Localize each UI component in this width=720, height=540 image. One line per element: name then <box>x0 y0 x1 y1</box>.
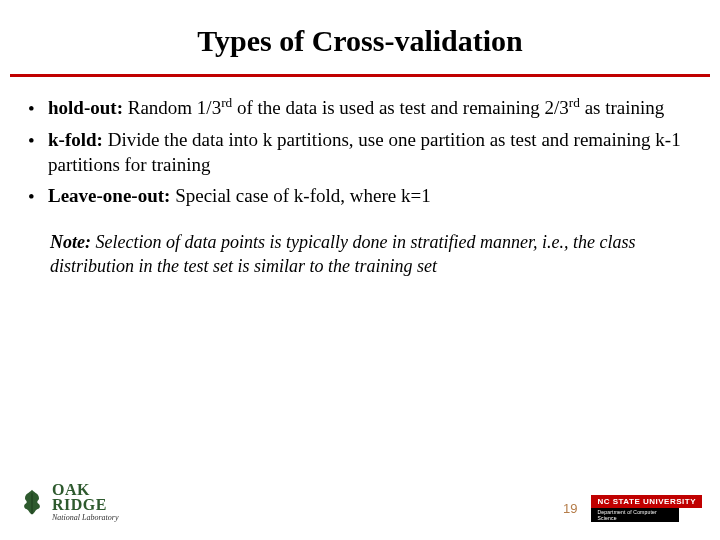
oak-leaf-icon <box>18 488 46 516</box>
page-number: 19 <box>563 501 577 516</box>
bullet-frag: Random 1/3 <box>123 97 221 118</box>
note-block: Note: Selection of data points is typica… <box>28 231 692 279</box>
ncsu-top: NC STATE UNIVERSITY <box>591 495 702 508</box>
content-area: • hold-out: Random 1/3rd of the data is … <box>0 95 720 279</box>
bullet-frag: of the data is used as test and remainin… <box>232 97 569 118</box>
bullet-dot: • <box>28 95 48 121</box>
bullet-text: k-fold: Divide the data into k partition… <box>48 127 692 177</box>
bullet-frag: Special case of k-fold, where k=1 <box>170 185 430 206</box>
bullet-term: Leave-one-out: <box>48 185 170 206</box>
bullet-term: k-fold: <box>48 129 103 150</box>
footer: OAK RIDGE National Laboratory 19 NC STAT… <box>18 482 702 522</box>
bullet-kfold: • k-fold: Divide the data into k partiti… <box>28 127 692 177</box>
ornl-logo: OAK RIDGE National Laboratory <box>18 482 118 522</box>
ornl-text: OAK RIDGE National Laboratory <box>52 482 118 522</box>
ornl-line2-rest: IDGE <box>64 496 107 513</box>
bullet-frag: Divide the data into k partitions, use o… <box>48 129 681 175</box>
ncsu-bot: Department of Computer Science <box>591 508 679 522</box>
slide-title: Types of Cross-validation <box>0 0 720 74</box>
sup-rd: rd <box>221 95 232 110</box>
bullet-text: hold-out: Random 1/3rd of the data is us… <box>48 95 692 121</box>
bullet-leaveoneout: • Leave-one-out: Special case of k-fold,… <box>28 183 692 209</box>
note-text: Selection of data points is typically do… <box>50 232 635 276</box>
ncsu-logo: NC STATE UNIVERSITY Department of Comput… <box>591 495 702 522</box>
footer-right: 19 NC STATE UNIVERSITY Department of Com… <box>563 495 702 522</box>
slide: Types of Cross-validation • hold-out: Ra… <box>0 0 720 540</box>
bullet-list: • hold-out: Random 1/3rd of the data is … <box>28 95 692 209</box>
bullet-holdout: • hold-out: Random 1/3rd of the data is … <box>28 95 692 121</box>
bullet-term: hold-out: <box>48 97 123 118</box>
note-label: Note: <box>50 232 91 252</box>
bullet-dot: • <box>28 183 48 209</box>
bullet-text: Leave-one-out: Special case of k-fold, w… <box>48 183 692 209</box>
sup-rd: rd <box>569 95 580 110</box>
ornl-line2-big: R <box>52 496 64 513</box>
bullet-frag: as training <box>580 97 664 118</box>
title-divider <box>10 74 710 77</box>
bullet-dot: • <box>28 127 48 177</box>
ornl-sub: National Laboratory <box>52 514 118 522</box>
